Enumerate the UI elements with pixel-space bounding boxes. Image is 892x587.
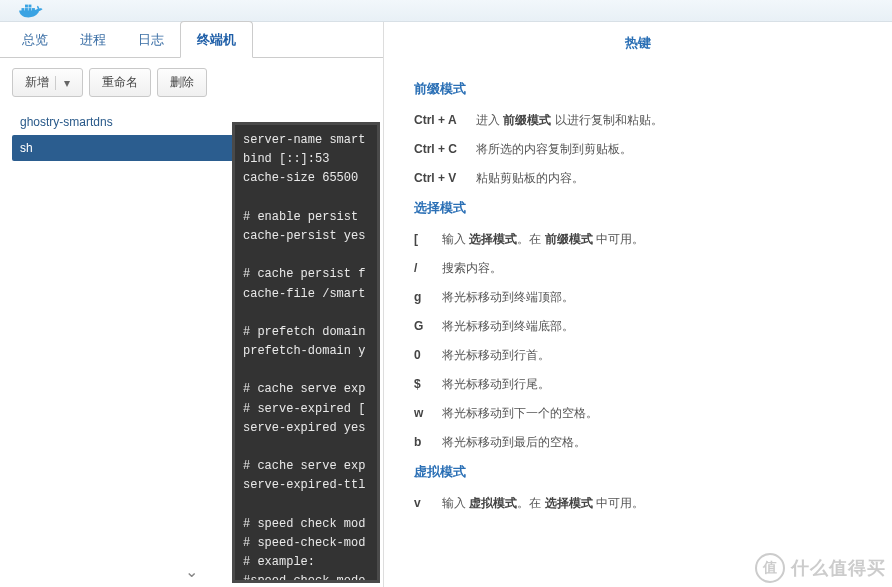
hotkey-desc: 粘贴剪贴板的内容。 bbox=[476, 170, 584, 187]
chevron-down-icon[interactable]: ▾ bbox=[55, 76, 70, 90]
svg-rect-4 bbox=[29, 5, 32, 8]
help-section-title: 虚拟模式 bbox=[414, 463, 862, 481]
hotkey-row: v输入 虚拟模式。在 选择模式 中可用。 bbox=[414, 495, 862, 512]
rename-button[interactable]: 重命名 bbox=[89, 68, 151, 97]
new-button[interactable]: 新增 ▾ bbox=[12, 68, 83, 97]
help-title: 热键 bbox=[414, 30, 862, 68]
hotkey-row: b将光标移动到最后的空格。 bbox=[414, 434, 862, 451]
expand-down-icon[interactable]: ⌄ bbox=[185, 562, 198, 581]
hotkey-row: /搜索内容。 bbox=[414, 260, 862, 277]
hotkey-key: g bbox=[414, 290, 442, 304]
left-panel: 总览 进程 日志 终端机 新增 ▾ 重命名 删除 ghostry-smartdn… bbox=[0, 22, 384, 587]
hotkey-desc: 将光标移动到终端底部。 bbox=[442, 318, 574, 335]
help-section-title: 前缀模式 bbox=[414, 80, 862, 98]
toolbar: 新增 ▾ 重命名 删除 bbox=[0, 58, 383, 107]
docker-whale-icon bbox=[18, 2, 46, 20]
tab-terminal[interactable]: 终端机 bbox=[180, 21, 253, 58]
hotkey-key: 0 bbox=[414, 348, 442, 362]
hotkey-desc: 输入 选择模式。在 前缀模式 中可用。 bbox=[442, 231, 644, 248]
watermark-text: 什么值得买 bbox=[791, 556, 886, 580]
hotkey-key: Ctrl + A bbox=[414, 113, 476, 127]
tab-overview[interactable]: 总览 bbox=[6, 22, 64, 57]
hotkey-row: $将光标移动到行尾。 bbox=[414, 376, 862, 393]
delete-button[interactable]: 删除 bbox=[157, 68, 207, 97]
tab-bar: 总览 进程 日志 终端机 bbox=[0, 22, 383, 58]
hotkey-desc: 将所选的内容复制到剪贴板。 bbox=[476, 141, 632, 158]
hotkey-desc: 将光标移动到行尾。 bbox=[442, 376, 550, 393]
tab-logs[interactable]: 日志 bbox=[122, 22, 180, 57]
hotkey-desc: 输入 虚拟模式。在 选择模式 中可用。 bbox=[442, 495, 644, 512]
hotkey-row: w将光标移动到下一个的空格。 bbox=[414, 405, 862, 422]
terminal-window[interactable]: server-name smart bind [::]:53 cache-siz… bbox=[232, 122, 380, 583]
hotkey-key: b bbox=[414, 435, 442, 449]
new-button-label: 新增 bbox=[25, 74, 49, 91]
svg-rect-3 bbox=[25, 5, 28, 8]
hotkey-key: $ bbox=[414, 377, 442, 391]
help-section-title: 选择模式 bbox=[414, 199, 862, 217]
hotkey-row: G将光标移动到终端底部。 bbox=[414, 318, 862, 335]
help-panel: 热键 前缀模式Ctrl + A进入 前缀模式 以进行复制和粘贴。Ctrl + C… bbox=[384, 22, 892, 587]
terminal-output: server-name smart bind [::]:53 cache-siz… bbox=[235, 125, 377, 583]
hotkey-row: Ctrl + C将所选的内容复制到剪贴板。 bbox=[414, 141, 862, 158]
hotkey-desc: 将光标移动到最后的空格。 bbox=[442, 434, 586, 451]
hotkey-key: [ bbox=[414, 232, 442, 246]
hotkey-row: [输入 选择模式。在 前缀模式 中可用。 bbox=[414, 231, 862, 248]
hotkey-key: / bbox=[414, 261, 442, 275]
hotkey-row: Ctrl + A进入 前缀模式 以进行复制和粘贴。 bbox=[414, 112, 862, 129]
watermark: 值 什么值得买 bbox=[755, 553, 886, 583]
hotkey-row: g将光标移动到终端顶部。 bbox=[414, 289, 862, 306]
hotkey-row: Ctrl + V粘贴剪贴板的内容。 bbox=[414, 170, 862, 187]
hotkey-key: w bbox=[414, 406, 442, 420]
window-header bbox=[0, 0, 892, 22]
hotkey-desc: 将光标移动到行首。 bbox=[442, 347, 550, 364]
hotkey-desc: 进入 前缀模式 以进行复制和粘贴。 bbox=[476, 112, 663, 129]
hotkey-key: Ctrl + C bbox=[414, 142, 476, 156]
hotkey-desc: 搜索内容。 bbox=[442, 260, 502, 277]
hotkey-desc: 将光标移动到下一个的空格。 bbox=[442, 405, 598, 422]
watermark-icon: 值 bbox=[755, 553, 785, 583]
hotkey-desc: 将光标移动到终端顶部。 bbox=[442, 289, 574, 306]
hotkey-key: Ctrl + V bbox=[414, 171, 476, 185]
hotkey-key: G bbox=[414, 319, 442, 333]
tab-process[interactable]: 进程 bbox=[64, 22, 122, 57]
hotkey-row: 0将光标移动到行首。 bbox=[414, 347, 862, 364]
hotkey-key: v bbox=[414, 496, 442, 510]
